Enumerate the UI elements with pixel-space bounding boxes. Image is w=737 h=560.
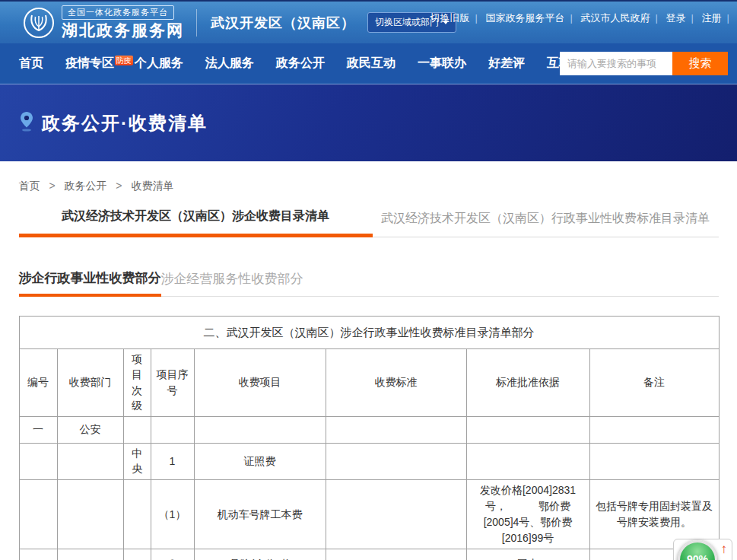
search-bar: 搜索 [560,52,728,75]
banner-inner: 政务公开·收费清单 [19,111,208,135]
table-row: （1）机动车号牌工本费发改价格[2004]2831号， 鄂价费[2005]4号、… [19,480,719,549]
location-pin-icon [19,111,34,135]
table-cell [57,549,123,560]
col-header-item-seq: 项目序号 [151,349,194,417]
table-cell [589,443,719,479]
epidemic-badge: 防疫 [115,56,133,65]
table-cell [123,480,151,549]
logo-divider [196,9,197,37]
table-cell: 一 [19,416,57,443]
breadcrumb-home[interactable]: 首页 [19,180,40,192]
page-title: 政务公开·收费清单 [42,111,208,135]
nav-item-rating[interactable]: 好差评 [488,56,525,72]
link-register[interactable]: 注册 [702,12,722,24]
platform-badge: 全国一体化政务服务平台 [62,5,174,20]
table-cell [589,416,719,443]
nav-item-gov-disclosure[interactable]: 政务公开 [276,56,325,72]
breadcrumb-separator: > [49,180,55,192]
table-cell: 号牌(含临时) [194,549,326,560]
link-national-platform[interactable]: 国家政务服务平台 [486,12,565,24]
site-name: 湖北政务服务网 [62,21,184,39]
table-cell: 发改价格[2004]2831号， 鄂价费[2005]4号、鄂价费[2016]99… [466,480,589,549]
col-header-number: 编号 [19,349,57,417]
table-cell [19,549,57,560]
table-header-row: 编号 收费部门 项目次级 项目序号 收费项目 收费标准 标准批准依据 备注 [19,349,719,417]
sub-tabs: 涉企行政事业性收费部分 涉企经营服务性收费部分 [19,269,719,297]
nav-item-joint-handling[interactable]: 一事联办 [418,56,466,72]
breadcrumb-separator: > [116,180,122,192]
region-name: 武汉开发区（汉南区） [211,14,355,32]
table-cell: 公安 [57,416,123,443]
table-row: 中央1证照费 [19,443,719,479]
col-header-fee-item: 收费项目 [194,349,326,417]
table-cell [326,416,466,443]
col-header-department: 收费部门 [57,349,123,417]
col-header-approval-basis: 标准批准依据 [466,349,589,417]
table-cell: ① [151,549,194,560]
utility-links: 切换旧版| 国家政务服务平台| 武汉市人民政府| 登录| 注册| [427,11,731,25]
table-cell: 机动车号牌工本费 [194,480,326,549]
table-cell [151,416,194,443]
nav-item-epidemic[interactable]: 疫情专区防疫 [65,56,133,72]
table-cell: 中央 [123,443,151,479]
subtab-admin-fees[interactable]: 涉企行政事业性收费部分 [19,269,161,297]
table-cell [326,480,466,549]
link-separator: | [656,12,658,24]
col-header-fee-standard: 收费标准 [326,349,466,417]
table-cell [466,416,589,443]
page-banner: 政务公开·收费清单 [0,84,737,161]
nav-item-personal-services[interactable]: 个人服务 [135,56,183,72]
breadcrumb-current: 收费清单 [131,180,173,192]
main-tabs: 武汉经济技术开发区（汉南区）涉企收费目录清单 武汉经济技术开发区（汉南区）行政事… [19,208,719,237]
table-cell [326,443,466,479]
table-cell: （1） [151,480,194,549]
nav-item-epidemic-label: 疫情专区 [65,56,114,69]
table-cell [466,443,589,479]
table-cell [57,480,123,549]
table-cell [57,443,123,479]
link-login[interactable]: 登录 [666,12,686,24]
breadcrumb: 首页 > 政务公开 > 收费清单 [19,161,719,193]
col-header-remarks: 备注 [589,349,719,417]
tab-enterprise-fee-list[interactable]: 武汉经济技术开发区（汉南区）涉企收费目录清单 [19,208,373,237]
table-cell: 同上 [466,549,589,560]
search-input[interactable] [560,52,672,75]
table-row: 一公安 [19,416,719,443]
search-button[interactable]: 搜索 [672,52,728,75]
link-separator: | [691,12,694,24]
hubei-gov-emblem-icon [23,7,55,39]
table-cell [19,480,57,549]
main-nav: 首页 疫情专区防疫 个人服务 法人服务 政务公开 政民互动 一事联办 好差评 互… [0,43,737,84]
link-wuhan-gov[interactable]: 武汉市人民政府 [581,12,650,24]
breadcrumb-gov-disclosure[interactable]: 政务公开 [64,180,106,192]
nav-item-legal-services[interactable]: 法人服务 [205,56,254,72]
content-area: 首页 > 政务公开 > 收费清单 武汉经济技术开发区（汉南区）涉企收费目录清单 … [19,161,719,560]
link-separator: | [727,12,729,24]
link-separator: | [570,12,573,24]
site-logo[interactable]: 全国一体化政务服务平台 湖北政务服务网 [23,5,184,41]
top-header-bar: 全国一体化政务服务平台 湖北政务服务网 武汉开发区（汉南区） 切换区域或部门 切… [0,0,737,43]
table-cell [194,416,326,443]
tab-admin-fee-standard-list[interactable]: 武汉经济技术开发区（汉南区）行政事业性收费标准目录清单 [373,211,719,237]
table-cell: 证照费 [194,443,326,479]
table-title-row: 二、武汉开发区（汉南区）涉企行政事业性收费标准目录清单部分 [19,317,719,349]
table-cell: 1 [151,443,194,479]
table-row: ①号牌(含临时)同上 [19,549,719,560]
nav-item-public-interaction[interactable]: 政民互动 [347,56,396,72]
table-cell [123,549,151,560]
table-title: 二、武汉开发区（汉南区）涉企行政事业性收费标准目录清单部分 [19,317,719,349]
fee-table-body: 一公安中央1证照费（1）机动车号牌工本费发改价格[2004]2831号， 鄂价费… [19,416,719,560]
subtab-business-service-fees[interactable]: 涉企经营服务性收费部分 [161,270,303,297]
col-header-item-level: 项目次级 [123,349,151,417]
back-to-top-icon[interactable]: ↑ [721,542,728,557]
table-cell [326,549,466,560]
fee-table: 二、武汉开发区（汉南区）涉企行政事业性收费标准目录清单部分 编号 收费部门 项目… [19,316,720,560]
nav-item-home[interactable]: 首页 [19,56,43,72]
link-separator: | [475,12,478,24]
table-cell [19,443,57,479]
logo-text: 全国一体化政务服务平台 湖北政务服务网 [62,5,184,41]
link-old-version[interactable]: 切换旧版 [430,12,470,24]
table-cell [123,416,151,443]
